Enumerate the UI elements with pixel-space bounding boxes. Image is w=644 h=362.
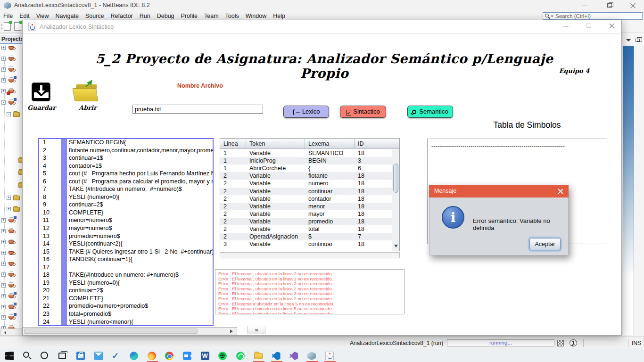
project-tree-item[interactable]: + <box>0 87 22 97</box>
expand-icon[interactable]: + <box>7 196 11 200</box>
notifications-badge[interactable]: 1 <box>570 339 577 346</box>
taskbar-start[interactable] <box>4 350 16 362</box>
search-box[interactable]: Search (Ctrl+I) <box>543 12 643 20</box>
table-row[interactable]: 3Variablecontinuar18 <box>220 240 392 248</box>
project-tree-item[interactable]: + <box>0 313 22 323</box>
taskbar-edge[interactable] <box>128 350 140 362</box>
open-button[interactable] <box>73 80 100 103</box>
table-row[interactable]: 2Variablemenor18 <box>220 203 392 210</box>
new-file-button[interactable] <box>4 22 11 31</box>
scroll-right-icon[interactable] <box>230 329 235 333</box>
taskbar-zoom[interactable] <box>182 350 194 362</box>
toolbar-overflow-chevron[interactable]: » <box>248 326 265 334</box>
expand-icon[interactable]: + <box>1 240 6 244</box>
taskbar-chrome[interactable] <box>164 350 176 362</box>
float-window-icon[interactable] <box>636 39 640 42</box>
project-tree-item[interactable]: + <box>0 55 22 64</box>
save-button[interactable] <box>32 82 50 101</box>
project-tree-item[interactable]: + <box>0 66 22 75</box>
collapse-icon[interactable]: - <box>7 112 11 116</box>
taskbar-mail[interactable] <box>93 350 105 362</box>
netbeans-minimize-button[interactable] <box>574 0 595 11</box>
project-tree-item[interactable] <box>0 156 22 165</box>
expand-icon[interactable]: + <box>1 67 6 72</box>
taskbar-firefox[interactable] <box>146 350 158 362</box>
project-tree-item[interactable] <box>0 181 22 190</box>
taskbar-cortana[interactable] <box>39 350 51 362</box>
expand-icon[interactable]: + <box>1 229 6 233</box>
project-tree-item[interactable]: + <box>0 281 22 291</box>
project-tree-item[interactable]: + <box>0 227 22 237</box>
expand-icon[interactable]: + <box>1 283 6 288</box>
scroll-down-icon[interactable] <box>394 245 398 249</box>
tab-projects[interactable]: Projects <box>0 35 22 44</box>
menu-file[interactable]: File <box>0 12 16 21</box>
token-table-body[interactable]: 1VariableSEMANTICO181InicioProgBEGIN31Ab… <box>220 149 392 251</box>
new-project-button[interactable] <box>14 22 21 31</box>
project-tree-item[interactable]: + <box>0 194 22 203</box>
taskbar-vscode[interactable] <box>271 350 283 362</box>
scrollbar-thumb[interactable] <box>393 164 398 193</box>
project-tree-item[interactable]: - <box>0 110 22 120</box>
taskbar-spotify[interactable] <box>217 350 229 362</box>
column-header-token[interactable]: Token <box>246 139 305 149</box>
memory-icon[interactable] <box>557 340 564 346</box>
expand-icon[interactable]: + <box>1 89 6 93</box>
expand-icon[interactable]: + <box>7 207 11 211</box>
token-table-vscrollbar[interactable] <box>392 149 399 251</box>
project-tree-item[interactable]: + <box>0 216 22 226</box>
token-table-hscrollbar[interactable] <box>220 252 400 258</box>
expand-icon[interactable]: + <box>1 57 6 61</box>
taskbar-explorer[interactable] <box>253 350 265 362</box>
app-minimize-button[interactable] <box>555 20 576 33</box>
project-tree-item[interactable]: - <box>0 99 22 108</box>
table-row[interactable]: 2Variablepromedio18 <box>220 218 392 225</box>
editor-hscrollbar[interactable] <box>23 327 237 335</box>
project-tree-item[interactable]: + <box>0 303 22 313</box>
expand-icon[interactable]: + <box>1 46 6 50</box>
project-tree-item[interactable]: + <box>0 271 22 280</box>
app-close-button[interactable] <box>602 20 622 33</box>
taskbar-whatsapp[interactable] <box>235 350 247 362</box>
table-row[interactable]: 2Variabletotal18 <box>220 225 392 233</box>
table-row[interactable]: 2Variablemayor18 <box>220 210 392 218</box>
project-tree-item[interactable]: + <box>0 76 22 86</box>
project-tree-item[interactable]: + <box>0 249 22 258</box>
table-row[interactable]: 2Variablenumero18 <box>220 180 392 187</box>
project-tree-item[interactable]: + <box>0 44 22 53</box>
table-row[interactable]: 2Variableflotante18 <box>220 172 392 180</box>
hscrollbar-thumb[interactable] <box>24 329 198 334</box>
collapse-icon[interactable]: - <box>1 100 6 105</box>
table-row[interactable]: 1InicioProgBEGIN3 <box>220 157 392 165</box>
column-header-lexema[interactable]: Lexema <box>305 139 355 149</box>
table-row[interactable]: 2Variablecontinuar18 <box>220 188 392 195</box>
semantico-button[interactable]: Semantico <box>407 106 453 118</box>
project-tree-item[interactable]: + <box>0 205 22 214</box>
taskbar-visual-studio[interactable] <box>288 350 300 362</box>
expand-icon[interactable]: + <box>1 78 6 82</box>
expand-icon[interactable]: + <box>1 272 6 277</box>
taskbar-word[interactable]: W <box>199 350 212 362</box>
dialog-close-button[interactable] <box>556 187 565 196</box>
taskbar-search[interactable] <box>22 350 34 362</box>
chevron-down-icon[interactable] <box>626 39 631 44</box>
project-tree-item[interactable]: + <box>0 238 22 247</box>
project-tree-item[interactable]: + <box>0 292 22 302</box>
lexico-button[interactable]: (→Lexico <box>283 106 329 118</box>
netbeans-close-button[interactable] <box>623 0 644 11</box>
column-header-id[interactable]: ID <box>355 139 392 149</box>
project-tree-item[interactable]: + <box>0 260 22 269</box>
filename-input[interactable] <box>132 105 263 114</box>
column-header-linea[interactable]: Linea <box>220 139 246 149</box>
expand-icon[interactable]: + <box>1 294 6 298</box>
expand-icon[interactable]: + <box>1 305 6 309</box>
table-row[interactable]: 2OperadAsignacion$7 <box>220 233 392 240</box>
projects-hscrollbar[interactable] <box>0 329 22 336</box>
table-row[interactable]: 2Variablecontador18 <box>220 195 392 203</box>
taskbar-task-view[interactable] <box>57 350 69 362</box>
taskbar-store[interactable] <box>75 350 87 362</box>
taskbar-java-app[interactable] <box>324 350 336 362</box>
expand-icon[interactable]: + <box>1 251 6 255</box>
taskbar-netbeans[interactable] <box>306 350 318 362</box>
netbeans-restore-button[interactable] <box>600 0 621 11</box>
